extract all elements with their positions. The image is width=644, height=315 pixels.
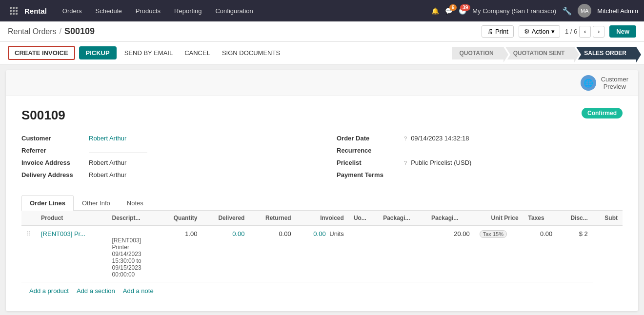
tab-other-info[interactable]: Other Info <box>74 195 119 211</box>
invoiced-uom: Units <box>329 230 344 237</box>
user-avatar[interactable]: MA <box>578 4 591 18</box>
row-unit-price[interactable]: 20.00 <box>426 226 475 282</box>
col-header-packaging1: Packagi... <box>378 211 426 226</box>
tab-notes[interactable]: Notes <box>119 195 152 211</box>
pipeline-step-sales-order[interactable]: SALES ORDER <box>576 47 636 59</box>
fields-right: Order Date ? 09/14/2023 14:32:18 Recurre… <box>337 135 623 183</box>
delivery-address-label: Delivery Address <box>21 171 85 178</box>
new-button[interactable]: New <box>609 25 636 38</box>
gear-icon: ⚙ <box>524 28 530 35</box>
recurrence-label: Recurrence <box>337 147 400 154</box>
customer-value[interactable]: Robert Arthur <box>89 135 126 142</box>
row-delivered[interactable]: 0.00 <box>202 226 249 282</box>
document-header: S00109 Confirmed <box>21 108 623 123</box>
row-product[interactable]: [RENT003] Pr... <box>36 226 107 282</box>
customer-preview-bar: 🌐 CustomerPreview <box>6 70 638 96</box>
customer-preview-icon: 🌐 <box>581 75 596 91</box>
chevron-down-icon: ▾ <box>551 28 555 35</box>
settings-icon-btn[interactable]: 🔧 <box>562 6 572 16</box>
col-header-delivered: Delivered <box>202 211 249 226</box>
top-navbar: Rental Orders Schedule Products Reportin… <box>0 0 644 21</box>
apps-menu-icon[interactable] <box>6 3 21 19</box>
customer-label: Customer <box>21 135 85 142</box>
col-header-unit-price: Unit Price <box>475 211 523 226</box>
menu-reporting[interactable]: Reporting <box>168 5 207 17</box>
payment-terms-field: Payment Terms <box>337 171 623 178</box>
referrer-label: Referrer <box>21 147 85 154</box>
customer-preview-label[interactable]: CustomerPreview <box>601 76 628 90</box>
menu-products[interactable]: Products <box>130 5 166 17</box>
row-quantity[interactable]: 1.00 <box>158 226 202 282</box>
chat-icon-btn[interactable]: 💬 6 <box>445 7 453 15</box>
order-date-label: Order Date <box>337 135 400 142</box>
next-icon: › <box>598 28 600 35</box>
col-header-invoiced: Invoiced <box>296 211 349 226</box>
tab-order-lines[interactable]: Order Lines <box>21 195 74 211</box>
row-discount[interactable]: 0.00 <box>523 226 558 282</box>
row-invoiced[interactable]: 0.00 Units <box>296 226 349 282</box>
clock-icon-btn[interactable]: 🕐 39 <box>459 7 466 15</box>
sub-header: Rental Orders / S00109 🖨 Print ⚙ Action … <box>0 21 644 42</box>
action-bar: CREATE INVOICE PICKUP SEND BY EMAIL CANC… <box>0 42 644 64</box>
breadcrumb-separator: / <box>60 27 61 36</box>
document-body: S00109 Confirmed Customer Robert Arthur … <box>6 96 638 311</box>
add-product-button[interactable]: Add a product <box>29 287 69 295</box>
bell-icon-btn[interactable]: 🔔 <box>431 7 439 15</box>
user-initials: MA <box>581 8 589 14</box>
sign-documents-button[interactable]: SIGN DOCUMENTS <box>218 47 284 59</box>
wrench-icon: 🔧 <box>562 6 572 16</box>
col-header-quantity: Quantity <box>158 211 202 226</box>
invoice-address-value: Robert Arthur <box>89 159 126 166</box>
order-date-field: Order Date ? 09/14/2023 14:32:18 <box>337 135 623 142</box>
sub-header-right: 🖨 Print ⚙ Action ▾ 1 / 6 ‹ › New <box>482 25 636 38</box>
user-name[interactable]: Mitchell Admin <box>597 7 638 15</box>
page-info: 1 / 6 <box>565 28 577 35</box>
company-name[interactable]: My Company (San Francisco) <box>472 7 556 15</box>
order-table: Product Descript... Quantity Delivered R… <box>21 211 623 282</box>
prev-page-button[interactable]: ‹ <box>579 26 591 38</box>
action-button[interactable]: ⚙ Action ▾ <box>519 25 560 38</box>
pipeline-step-quotation[interactable]: QUOTATION <box>452 47 503 59</box>
col-header-returned: Returned <box>249 211 296 226</box>
document-fields: Customer Robert Arthur Referrer Invoice … <box>21 135 623 183</box>
app-brand[interactable]: Rental <box>24 7 47 15</box>
pipeline-step-quotation-sent[interactable]: QUOTATION SENT <box>505 47 575 59</box>
row-packaging2 <box>378 226 426 282</box>
create-invoice-button[interactable]: CREATE INVOICE <box>8 46 75 60</box>
add-section-button[interactable]: Add a section <box>77 287 115 295</box>
delivery-address-value: Robert Arthur <box>89 171 126 178</box>
delivery-address-field: Delivery Address Robert Arthur <box>21 171 307 178</box>
row-packaging1 <box>349 226 378 282</box>
cancel-button[interactable]: CANCEL <box>181 47 214 59</box>
send-email-button[interactable]: SEND BY EMAIL <box>121 47 177 59</box>
menu-orders[interactable]: Orders <box>57 5 88 17</box>
breadcrumb: Rental Orders / S00109 <box>8 26 95 37</box>
globe-icon: 🌐 <box>584 79 593 88</box>
col-header-discount: Disc... <box>557 211 593 226</box>
pricelist-value: Public Pricelist (USD) <box>411 159 471 166</box>
pickup-button[interactable]: PICKUP <box>79 46 117 59</box>
table-row: ⠿ [RENT003] Pr... [RENT003]Printer09/14/… <box>21 226 623 282</box>
order-date-help: ? <box>404 136 407 141</box>
breadcrumb-current: S00109 <box>64 26 95 37</box>
main-content: 🌐 CustomerPreview S00109 Confirmed Custo… <box>0 64 644 315</box>
fields-left: Customer Robert Arthur Referrer Invoice … <box>21 135 307 183</box>
breadcrumb-link[interactable]: Rental Orders <box>8 27 57 36</box>
col-header-taxes: Taxes <box>523 211 558 226</box>
col-header-product <box>21 211 36 226</box>
next-page-button[interactable]: › <box>593 26 604 38</box>
add-note-button[interactable]: Add a note <box>123 287 154 295</box>
print-button[interactable]: 🖨 Print <box>482 25 514 38</box>
invoice-address-label: Invoice Address <box>21 159 85 166</box>
customer-field: Customer Robert Arthur <box>21 135 307 142</box>
table-header-row: Product Descript... Quantity Delivered R… <box>21 211 623 226</box>
referrer-value[interactable] <box>89 152 147 153</box>
page-navigation: 1 / 6 ‹ › <box>565 26 604 38</box>
row-returned: 0.00 <box>249 226 296 282</box>
row-drag-handle[interactable]: ⠿ <box>21 226 36 282</box>
menu-schedule[interactable]: Schedule <box>90 5 128 17</box>
col-header-uom: Uo... <box>349 211 378 226</box>
tax-badge: Tax 15% <box>480 230 507 238</box>
menu-configuration[interactable]: Configuration <box>209 5 259 17</box>
tabs-bar: Order Lines Other Info Notes <box>21 195 623 211</box>
